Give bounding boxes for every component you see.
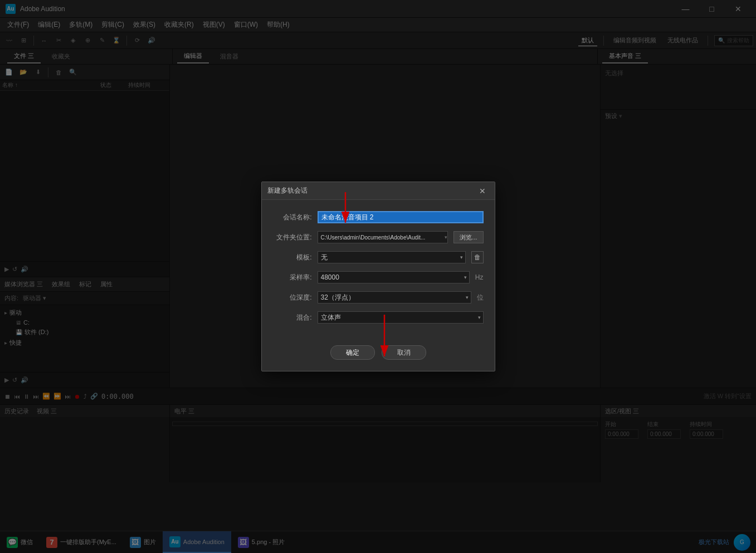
cancel-button[interactable]: 取消 — [382, 345, 426, 360]
template-select[interactable]: 无 — [318, 251, 466, 263]
dialog-body: 会话名称: 文件夹位置: C:\Users\admin\Documents\Ad… — [262, 200, 495, 342]
template-row: 模板: 无 ▾ 🗑 — [273, 251, 484, 263]
mix-select[interactable]: 立体声 单声道 5.1 — [318, 311, 484, 324]
bit-depth-wrapper: 32（浮点） 16 24 ▾ — [318, 291, 471, 304]
bit-depth-unit: 位 — [477, 293, 484, 302]
sample-rate-wrapper: 48000 44100 96000 ▾ — [318, 271, 470, 283]
template-label: 模板: — [273, 253, 312, 262]
folder-location-row: 文件夹位置: C:\Users\admin\Documents\Adobe\Au… — [273, 231, 484, 243]
dialog-footer: 确定 取消 — [262, 342, 495, 371]
path-dropdown-arrow[interactable]: ▾ — [445, 234, 447, 240]
sample-rate-select[interactable]: 48000 44100 96000 — [318, 271, 470, 283]
folder-label: 文件夹位置: — [273, 233, 312, 242]
dialog-title-bar: 新建多轨会话 ✕ — [262, 182, 495, 200]
sample-rate-label: 采样率: — [273, 273, 312, 282]
browse-button[interactable]: 浏览... — [453, 231, 483, 243]
dialog-close-button[interactable]: ✕ — [476, 184, 489, 198]
ok-button[interactable]: 确定 — [330, 345, 375, 360]
session-name-label: 会话名称: — [273, 213, 312, 222]
bit-depth-select[interactable]: 32（浮点） 16 24 — [318, 291, 471, 304]
template-delete-button[interactable]: 🗑 — [471, 251, 484, 263]
bit-depth-label: 位深度: — [273, 293, 312, 302]
new-session-dialog: 新建多轨会话 ✕ 会话名称: 文件夹位置: C:\Users\admin\Doc… — [261, 182, 495, 371]
folder-path-text: C:\Users\admin\Documents\Adobe\Audit... — [321, 234, 426, 241]
mix-row: 混合: 立体声 单声道 5.1 ▾ — [273, 311, 484, 324]
sample-rate-row: 采样率: 48000 44100 96000 ▾ Hz — [273, 271, 484, 283]
mix-label: 混合: — [273, 313, 312, 322]
dialog-overlay: 新建多轨会话 ✕ 会话名称: 文件夹位置: C:\Users\admin\Doc… — [0, 0, 756, 553]
folder-path: C:\Users\admin\Documents\Adobe\Audit... … — [318, 231, 448, 243]
sample-rate-unit: Hz — [475, 273, 484, 281]
mix-wrapper: 立体声 单声道 5.1 ▾ — [318, 311, 484, 324]
dialog-title: 新建多轨会话 — [267, 186, 476, 195]
session-name-input[interactable] — [318, 211, 484, 223]
template-select-wrapper: 无 ▾ — [318, 251, 466, 263]
session-name-row: 会话名称: — [273, 211, 484, 223]
bit-depth-row: 位深度: 32（浮点） 16 24 ▾ 位 — [273, 291, 484, 304]
